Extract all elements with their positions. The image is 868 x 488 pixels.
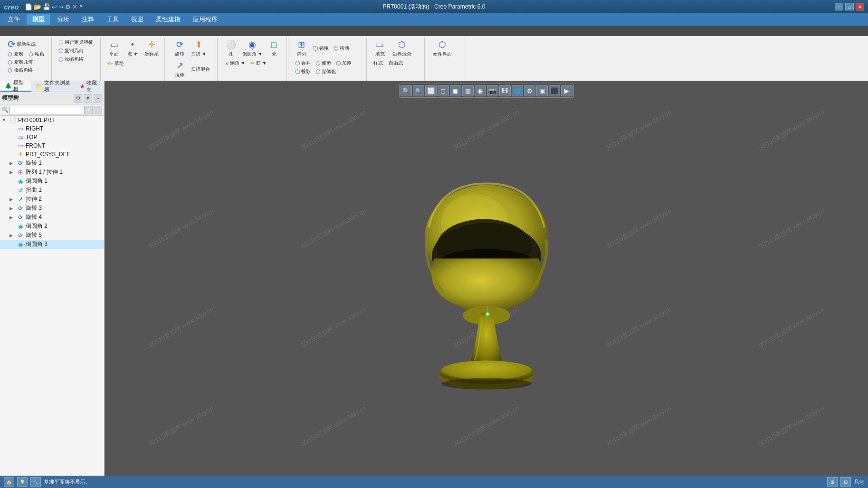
tree-item-round2[interactable]: ◉ 倒圆角 2	[0, 222, 104, 231]
tab-model-tree[interactable]: 🌲 模型树	[0, 81, 31, 92]
project-btn[interactable]: ⬡投影	[293, 68, 313, 75]
tab-folder-browser[interactable]: 📁 文件夹浏览器	[31, 81, 75, 92]
tree-expand-btn[interactable]: →	[94, 94, 102, 103]
tree-filter-btn[interactable]: ▼	[84, 94, 92, 103]
undo-btn[interactable]: ↩	[52, 3, 57, 10]
tree-item-revolve3[interactable]: ▶ ⟳ 旋转 3	[0, 204, 104, 213]
paste-btn[interactable]: ⬡粘贴	[27, 50, 46, 58]
close-btn[interactable]: ✕	[856, 3, 864, 10]
freeform-btn[interactable]: 自由式	[387, 59, 405, 67]
plane-icon-front: ▭	[17, 142, 24, 150]
tab-favorites[interactable]: ★ 收藏夹	[75, 81, 104, 92]
close-model-btn[interactable]: ✕	[72, 3, 77, 10]
status-home-btn[interactable]: 🏠	[4, 477, 14, 487]
revolve-icon: ⟳	[17, 160, 24, 167]
menu-annotation[interactable]: 注释	[76, 14, 100, 25]
menu-analysis[interactable]: 分析	[51, 14, 75, 25]
view-hidden-btn[interactable]: ◉	[475, 85, 486, 96]
minimize-btn[interactable]: ─	[835, 3, 843, 10]
menu-applications[interactable]: 应用程序	[187, 14, 223, 25]
view-shaded-btn[interactable]: ◻	[438, 85, 449, 96]
coord-btn[interactable]: ✛坐标系	[143, 38, 161, 58]
status-tools-btn[interactable]: 🔧	[30, 477, 41, 487]
save-view-btn[interactable]: 📷	[487, 85, 498, 96]
extrude-btn[interactable]: ↗拉伸	[171, 59, 188, 79]
tree-item-round1[interactable]: ◉ 倒圆角 1	[0, 177, 104, 186]
tree-item-revolve5[interactable]: ▶ ⟳ 旋转 5	[0, 231, 104, 240]
menu-tools[interactable]: 工具	[101, 14, 124, 25]
spin-center-btn[interactable]: ▶	[561, 85, 572, 96]
mirror-btn[interactable]: ⬡镜像	[311, 38, 331, 58]
tree-item-revolve1[interactable]: ▶ ⟳ 旋转 1	[0, 159, 104, 168]
hole-btn[interactable]: ⚪孔	[222, 38, 239, 58]
shell-btn[interactable]: ◻壳	[266, 38, 283, 58]
copy-geom-btn[interactable]: ⬡复制几何	[6, 58, 35, 66]
thicken-btn[interactable]: ⬡加厚	[334, 59, 353, 67]
regenerate-btn[interactable]: ⟳ 重新生成	[6, 38, 38, 50]
maximize-btn[interactable]: □	[845, 3, 854, 10]
tree-item-revolve4[interactable]: ▶ ⟳ 旋转 4	[0, 213, 104, 222]
chamfer-btn[interactable]: ⊡倒角 ▼	[222, 59, 248, 67]
new-file-btn[interactable]: 📄	[25, 3, 32, 10]
tree-item-prt0001[interactable]: ▼ 📄 PRT0001.PRT	[0, 116, 104, 124]
merge-btn[interactable]: ⬡合并	[293, 59, 313, 67]
shrink-wrap-btn[interactable]: ⬡收缩包络	[6, 66, 35, 74]
status-light-btn[interactable]: 💡	[17, 477, 28, 487]
tree-item-top[interactable]: ▭ TOP	[0, 133, 104, 141]
tree-item-csys[interactable]: ✛ PRT_CSYS_DEF	[0, 150, 104, 159]
sweep-btn[interactable]: ⬆扫描 ▼	[189, 38, 209, 58]
menu-flexible-modeling[interactable]: 柔性建模	[150, 14, 186, 25]
save-btn[interactable]: 💾	[43, 3, 50, 10]
viewport[interactable]: 🔍 🔍 ⬜ ◻ ◼ ▦ ◉ 📷 🎞 🌐 ⚙ ▣ ⬛ ▶ 3D110资源网 www…	[105, 81, 868, 476]
tree-item-round3[interactable]: ◉ 倒圆角 3	[0, 240, 104, 249]
annotations-btn[interactable]: ⬛	[549, 85, 560, 96]
search-clear-btn[interactable]: ✕	[84, 106, 93, 114]
open-file-btn[interactable]: 📂	[34, 3, 41, 10]
shrink-wrap2-btn[interactable]: ⬡收缩包络	[57, 56, 86, 63]
round-btn[interactable]: ◉倒圆角 ▼	[240, 38, 265, 58]
copy-geometry-btn[interactable]: ⬡复制几何	[57, 47, 86, 55]
style-btn[interactable]: 样式	[372, 59, 385, 67]
view-wireframe-btn[interactable]: ▦	[462, 85, 474, 96]
status-grid-btn[interactable]: ⊞	[827, 477, 838, 487]
revolve-btn[interactable]: ⟳旋转	[171, 38, 188, 58]
tree-item-pattern1[interactable]: ▶ ⊞ 阵列 1 / 拉伸 1	[0, 168, 104, 177]
move-btn[interactable]: ⬡移动	[332, 38, 351, 58]
redo-btn[interactable]: ↪	[58, 3, 64, 10]
pattern-btn[interactable]: ⊞阵列	[293, 38, 310, 58]
display-settings-btn[interactable]: ⚙	[524, 85, 535, 96]
tree-settings-btn[interactable]: ⚙	[74, 94, 82, 103]
menu-file[interactable]: 文件	[2, 14, 26, 25]
zoom-out-btn[interactable]: 🔍	[413, 85, 424, 96]
fill-btn[interactable]: ▭填充	[372, 38, 389, 58]
plane-btn[interactable]: ▭平面	[105, 38, 123, 58]
view-options-btn[interactable]: ▣	[536, 85, 548, 96]
tree-item-right[interactable]: ▭ RIGHT	[0, 124, 104, 133]
rib-btn[interactable]: ✂筋 ▼	[248, 59, 269, 67]
tree-item-extrude2[interactable]: ▶ ↗ 拉伸 2	[0, 195, 104, 204]
view-solid-btn[interactable]: ◼	[450, 85, 461, 96]
component-interface-btn[interactable]: ⬡元件界面	[431, 38, 454, 58]
point-btn[interactable]: •点 ▼	[124, 39, 141, 58]
settings-btn[interactable]: ⚙	[65, 3, 71, 10]
boundary-blend-btn[interactable]: ⬡边界混合	[391, 38, 413, 58]
solidify-btn[interactable]: ⬡实体化	[314, 68, 338, 75]
search-add-btn[interactable]: +	[94, 106, 102, 114]
status-view-btn[interactable]: ⊡	[840, 477, 851, 487]
user-defined-feature-btn[interactable]: ⬡用户定义特征	[57, 38, 95, 46]
revolve-icon-5: ⟳	[17, 232, 24, 239]
tree-item-twist1[interactable]: ↺ 扭曲 1	[0, 186, 104, 195]
zoom-in-btn[interactable]: 🔍	[401, 85, 412, 96]
dropdown-btn[interactable]: ▼	[79, 3, 84, 10]
blend-btn[interactable]: 扫描混合	[189, 59, 212, 79]
sketch-btn[interactable]: ✏草绘	[105, 59, 126, 68]
trim-btn[interactable]: ⬡修剪	[314, 59, 333, 67]
menu-model[interactable]: 模型	[27, 14, 50, 25]
orient-btn[interactable]: 🎞	[499, 85, 511, 96]
view-refit-btn[interactable]: ⬜	[425, 85, 437, 96]
menu-view[interactable]: 视图	[125, 14, 149, 25]
copy-btn[interactable]: ⬡复制	[6, 50, 25, 58]
search-input[interactable]	[10, 106, 83, 114]
tree-item-front[interactable]: ▭ FRONT	[0, 141, 104, 150]
perspective-btn[interactable]: 🌐	[512, 85, 523, 96]
